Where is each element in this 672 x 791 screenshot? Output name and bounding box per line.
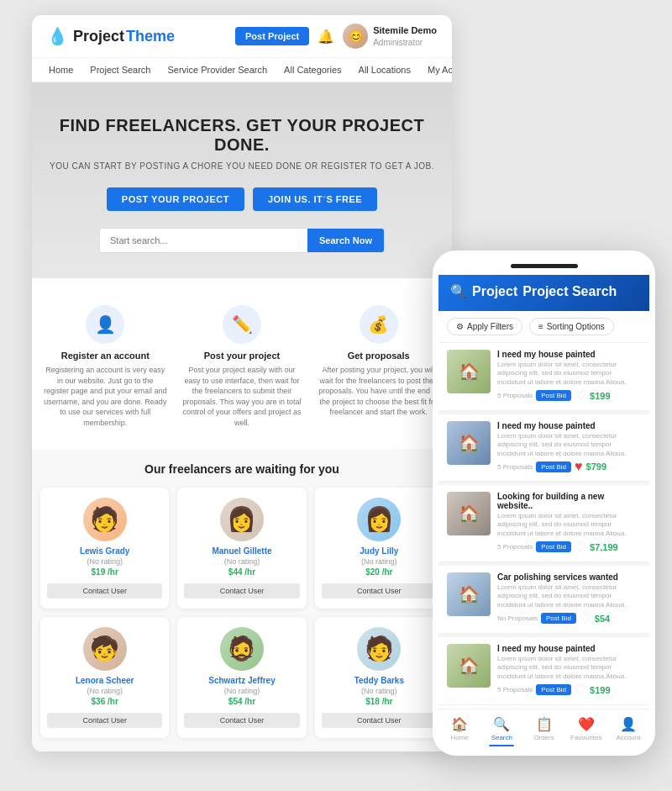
project-footer: 5 Proposals Post Bid ♡ $199 — [497, 388, 641, 403]
nav-link-my-account[interactable]: My Account — [419, 58, 452, 82]
step-icon: 💰 — [360, 305, 398, 344]
project-item[interactable]: 🏠 I need my house painted Lorem ipsum do… — [438, 414, 649, 482]
post-bid-button[interactable]: Post Bid — [536, 461, 571, 472]
user-avatar-wrap[interactable]: 😊 Sitemile Demo Administrator — [343, 24, 437, 49]
project-item[interactable]: 🏠 Looking for building a new website.. L… — [438, 485, 649, 562]
mobile-filters: ⚙ Apply Filters ≡ Sorting Options — [438, 311, 649, 343]
mobile-title-search: Project Search — [522, 284, 617, 299]
freelancer-name: Schwartz Jeffrey — [184, 676, 299, 685]
bottom-nav-item-account[interactable]: 👤 Account — [607, 716, 649, 746]
project-item[interactable]: 🏠 Car polishing services wanted Lorem ip… — [438, 566, 649, 634]
nav-link-home[interactable]: Home — [40, 58, 81, 82]
contact-user-button[interactable]: Contact User — [322, 713, 437, 728]
nav-link-project-search[interactable]: Project Search — [81, 58, 159, 82]
project-desc: Lorem ipsum dolor sit amet, consectetur … — [497, 512, 641, 535]
project-item[interactable]: 🏠 I need my house painted Lorem ipsum do… — [438, 637, 649, 705]
nav-link-all-categories[interactable]: All Categories — [276, 58, 349, 82]
apply-filters-label: Apply Filters — [467, 322, 513, 331]
nav-links: HomeProject SearchService Provider Searc… — [32, 58, 452, 82]
nav-link-all-locations[interactable]: All Locations — [350, 58, 419, 82]
project-info: I need my house painted Lorem ipsum dolo… — [497, 421, 641, 474]
apply-filters-button[interactable]: ⚙ Apply Filters — [447, 318, 522, 335]
bottom-nav-label: Favourites — [570, 734, 601, 741]
project-footer: 5 Proposals Post Bid ♥ $799 — [497, 459, 641, 474]
contact-user-button[interactable]: Contact User — [47, 713, 162, 728]
project-title: Looking for building a new website.. — [497, 492, 641, 510]
project-price: $7,199 — [590, 542, 618, 552]
freelancer-rate: $36 /hr — [47, 697, 162, 706]
post-project-hero-button[interactable]: POST YOUR PROJECT — [107, 187, 244, 211]
post-bid-button[interactable]: Post Bid — [541, 613, 576, 624]
bottom-nav-icon: ❤️ — [578, 716, 595, 732]
search-input[interactable] — [100, 229, 307, 252]
sort-icon: ≡ — [538, 322, 543, 331]
avatar: 😊 — [343, 24, 368, 49]
project-desc: Lorem ipsum dolor sit amet, consectetur … — [497, 432, 641, 456]
contact-user-button[interactable]: Contact User — [47, 583, 162, 599]
bottom-nav-item-orders[interactable]: 📋 Orders — [522, 716, 564, 746]
logo: 💧 Project Theme — [47, 26, 175, 46]
mobile-search-icon: 🔍 — [450, 283, 467, 299]
bottom-nav-label: Home — [450, 734, 468, 741]
bell-icon[interactable]: 🔔 — [318, 29, 334, 45]
project-thumbnail: 🏠 — [447, 350, 491, 393]
hero-section: FIND FREELANCERS. GET YOUR PROJECT DONE.… — [32, 82, 452, 278]
freelancers-title: Our freelancers are waiting for you — [40, 462, 444, 476]
project-title: I need my house painted — [497, 644, 641, 653]
search-bar: Search Now — [99, 228, 385, 253]
bottom-nav-label: Account — [616, 734, 640, 741]
step-item: 👤 Register an account Registering an acc… — [40, 298, 171, 435]
project-price: $54 — [595, 614, 610, 624]
search-now-button[interactable]: Search Now — [307, 229, 384, 252]
favorite-icon[interactable]: ♡ — [575, 539, 586, 555]
freelancer-card: 👩 Judy Lilly (No rating) $20 /hr Contact… — [315, 488, 444, 609]
project-price: $199 — [590, 391, 610, 401]
sorting-options-label: Sorting Options — [547, 322, 605, 331]
logo-project-text: Project — [73, 28, 124, 45]
mobile-bottom-nav: 🏠 Home 🔍 Search 📋 Orders ❤️ Favourites 👤… — [438, 709, 649, 750]
proposals-count: No Proposals — [497, 614, 538, 622]
contact-user-button[interactable]: Contact User — [322, 583, 437, 599]
contact-user-button[interactable]: Contact User — [184, 583, 299, 599]
contact-user-button[interactable]: Contact User — [184, 713, 299, 728]
project-item[interactable]: 🏠 I need my house painted Lorem ipsum do… — [438, 343, 649, 411]
join-free-hero-button[interactable]: JOIN US. IT´S FREE — [253, 187, 377, 211]
favorite-icon[interactable]: ♥ — [575, 459, 583, 474]
freelancer-name: Lenora Scheer — [47, 676, 162, 685]
post-bid-button[interactable]: Post Bid — [536, 684, 571, 695]
project-desc: Lorem ipsum dolor sit amet, consectetur … — [497, 361, 641, 384]
freelancer-rating: (No rating) — [184, 557, 299, 566]
freelancer-avatar: 🧑 — [83, 498, 127, 541]
nav-link-service-provider-search[interactable]: Service Provider Search — [160, 58, 276, 82]
project-thumbnail: 🏠 — [447, 644, 491, 688]
post-project-button[interactable]: Post Project — [235, 27, 309, 45]
post-bid-button[interactable]: Post Bid — [536, 390, 571, 401]
project-thumbnail: 🏠 — [447, 572, 491, 616]
hero-subheadline: YOU CAN START BY POSTING A CHORE YOU NEE… — [49, 161, 435, 171]
bottom-nav-item-favourites[interactable]: ❤️ Favourites — [565, 716, 607, 746]
user-name: Sitemile Demo — [373, 24, 437, 36]
favorite-icon[interactable]: ♡ — [575, 388, 586, 403]
freelancer-avatar: 👩 — [357, 498, 401, 541]
project-thumbnail: 🏠 — [447, 492, 491, 535]
bottom-nav-label: Orders — [533, 734, 554, 741]
bottom-nav-item-search[interactable]: 🔍 Search — [480, 716, 522, 746]
favorite-icon[interactable]: ♡ — [575, 682, 586, 698]
bottom-nav-icon: 🔍 — [493, 716, 510, 732]
steps-row: 👤 Register an account Registering an acc… — [40, 298, 444, 435]
freelancer-rate: $20 /hr — [322, 567, 437, 577]
step-title: Post your project — [181, 351, 304, 361]
how-it-works-section: 👤 Register an account Registering an acc… — [32, 278, 452, 449]
step-desc: Post your project easily with our easy t… — [181, 365, 304, 429]
freelancer-rate: $18 /hr — [322, 697, 437, 706]
mobile-notch — [438, 256, 649, 275]
project-footer: No Proposals Post Bid ♡ $54 — [497, 610, 641, 626]
sorting-options-button[interactable]: ≡ Sorting Options — [529, 318, 614, 335]
favorite-icon[interactable]: ♡ — [580, 610, 591, 626]
bottom-nav-label: Search — [491, 734, 512, 741]
freelancer-name: Manuel Gillette — [184, 546, 299, 556]
freelancer-card: 🧑 Teddy Barks (No rating) $18 /hr Contac… — [315, 617, 444, 738]
step-item: 💰 Get proposals After posting your proje… — [313, 298, 444, 435]
bottom-nav-item-home[interactable]: 🏠 Home — [438, 716, 480, 746]
post-bid-button[interactable]: Post Bid — [536, 541, 571, 552]
